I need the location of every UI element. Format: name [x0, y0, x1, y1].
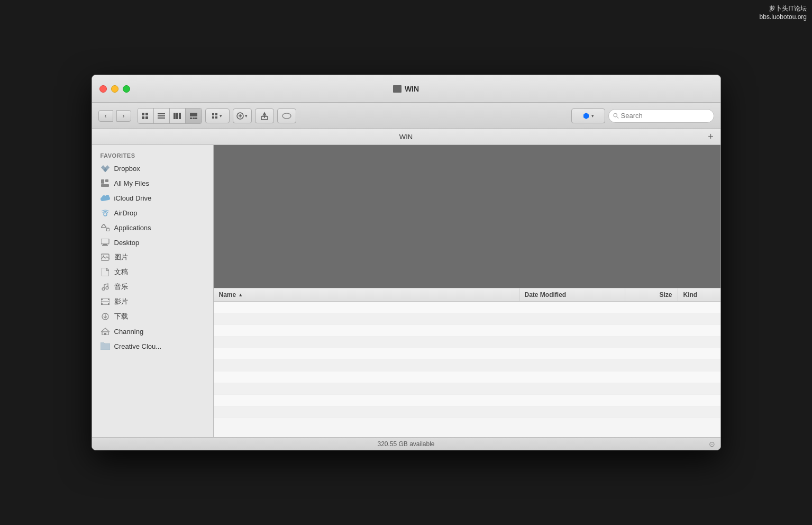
- loading-spinner: ⊙: [709, 440, 715, 448]
- sidebar-item-dropbox[interactable]: Dropbox: [92, 161, 213, 176]
- search-bar: [608, 109, 714, 123]
- file-list: [214, 302, 720, 437]
- sidebar-item-label: Applications: [114, 224, 151, 232]
- icon-view-button[interactable]: [138, 108, 154, 123]
- sidebar-item-icloud-drive[interactable]: iCloud Drive: [92, 191, 213, 205]
- back-button[interactable]: ‹: [98, 110, 113, 122]
- list-view-button[interactable]: [154, 108, 170, 123]
- svg-rect-16: [215, 113, 217, 115]
- column-view-button[interactable]: [170, 108, 186, 123]
- desktop-icon: [101, 238, 110, 247]
- finder-window: WIN ‹ › ▾ ▾: [92, 75, 721, 450]
- close-button[interactable]: [99, 85, 107, 93]
- zoom-button[interactable]: [123, 85, 130, 93]
- path-bar: WIN +: [92, 129, 720, 145]
- tag-button[interactable]: [277, 108, 296, 123]
- sort-arrow: ▲: [238, 292, 243, 297]
- column-size-header[interactable]: Size: [625, 288, 678, 301]
- svg-rect-6: [158, 117, 165, 119]
- svg-rect-3: [145, 116, 148, 119]
- traffic-lights: [99, 85, 130, 93]
- file-area: Name ▲ Date Modified Size Kind: [214, 145, 720, 437]
- table-row[interactable]: [214, 302, 720, 313]
- table-row[interactable]: [214, 395, 720, 406]
- svg-rect-4: [158, 113, 165, 114]
- table-row[interactable]: [214, 406, 720, 418]
- sidebar-item-documents[interactable]: 文稿: [92, 265, 213, 279]
- title-bar: WIN: [92, 75, 720, 103]
- svg-rect-38: [101, 239, 109, 244]
- svg-rect-7: [174, 113, 176, 119]
- svg-line-34: [101, 224, 104, 228]
- movies-icon: [101, 297, 110, 306]
- search-input[interactable]: [621, 112, 709, 120]
- window-title: WIN: [405, 85, 419, 93]
- table-row[interactable]: [214, 360, 720, 372]
- table-row[interactable]: [214, 383, 720, 395]
- documents-icon: [101, 267, 110, 277]
- svg-rect-0: [142, 113, 144, 115]
- sidebar-item-movies[interactable]: 影片: [92, 294, 213, 309]
- minimize-button[interactable]: [111, 85, 118, 93]
- svg-rect-13: [195, 117, 197, 119]
- table-row[interactable]: [214, 325, 720, 337]
- table-row[interactable]: [214, 313, 720, 325]
- svg-point-33: [104, 213, 107, 216]
- sidebar-item-airdrop[interactable]: AirDrop: [92, 205, 213, 220]
- svg-rect-31: [105, 179, 108, 182]
- column-name-header[interactable]: Name ▲: [214, 288, 519, 301]
- group-view-button[interactable]: ▾: [205, 108, 230, 123]
- share-button[interactable]: [255, 108, 274, 123]
- dropbox-button[interactable]: ▾: [571, 108, 605, 123]
- svg-line-29: [616, 116, 618, 118]
- action-button[interactable]: ▾: [233, 108, 252, 123]
- column-kind-header[interactable]: Kind: [678, 288, 720, 301]
- sidebar-item-music[interactable]: 音乐: [92, 279, 213, 294]
- sidebar-item-downloads[interactable]: 下载: [92, 309, 213, 324]
- table-row[interactable]: [214, 348, 720, 360]
- svg-rect-47: [108, 298, 110, 300]
- main-content: Favorites Dropbox All My Files iCloud Dr…: [92, 145, 720, 437]
- drive-icon: [393, 85, 402, 93]
- sidebar-item-label: Desktop: [114, 239, 140, 247]
- svg-line-35: [104, 224, 106, 228]
- sidebar-item-label: Dropbox: [114, 165, 140, 173]
- column-date-header[interactable]: Date Modified: [519, 288, 625, 301]
- sidebar-item-creative-cloud[interactable]: Creative Clou...: [92, 339, 213, 354]
- favorites-label: Favorites: [92, 149, 213, 161]
- svg-rect-2: [142, 116, 144, 119]
- sidebar-item-all-my-files[interactable]: All My Files: [92, 176, 213, 191]
- pictures-icon: [101, 252, 110, 262]
- sidebar-item-label: 下载: [114, 312, 128, 321]
- applications-icon: [101, 223, 110, 232]
- status-bar: 320.55 GB available ⊙: [92, 437, 720, 450]
- sidebar-item-applications[interactable]: Applications: [92, 220, 213, 235]
- search-icon: [613, 113, 619, 119]
- cover-flow-view-button[interactable]: [186, 108, 202, 123]
- table-row[interactable]: [214, 372, 720, 383]
- svg-point-23: [282, 113, 291, 119]
- svg-rect-11: [190, 117, 192, 119]
- svg-point-44: [106, 287, 108, 289]
- toolbar: ‹ › ▾ ▾: [92, 103, 720, 129]
- table-row[interactable]: [214, 337, 720, 348]
- preview-area: [214, 145, 720, 288]
- sidebar-item-label: Channing: [114, 328, 144, 336]
- svg-rect-49: [108, 303, 110, 305]
- svg-rect-12: [193, 117, 195, 119]
- sidebar-item-label: 影片: [114, 297, 128, 306]
- svg-point-37: [106, 228, 110, 231]
- channing-icon: [101, 327, 110, 336]
- music-icon: [101, 282, 110, 292]
- sidebar-item-pictures[interactable]: 图片: [92, 250, 213, 265]
- icloud-icon: [101, 193, 110, 203]
- sidebar-item-desktop[interactable]: Desktop: [92, 235, 213, 250]
- window-title-area: WIN: [393, 85, 419, 93]
- svg-rect-17: [215, 116, 217, 119]
- svg-rect-5: [158, 115, 165, 116]
- add-button[interactable]: +: [706, 132, 716, 142]
- watermark: 萝卜头IT论坛 bbs.luobotou.org: [760, 4, 807, 21]
- forward-button[interactable]: ›: [116, 110, 131, 122]
- sidebar-item-channing[interactable]: Channing: [92, 324, 213, 339]
- svg-point-43: [102, 288, 105, 291]
